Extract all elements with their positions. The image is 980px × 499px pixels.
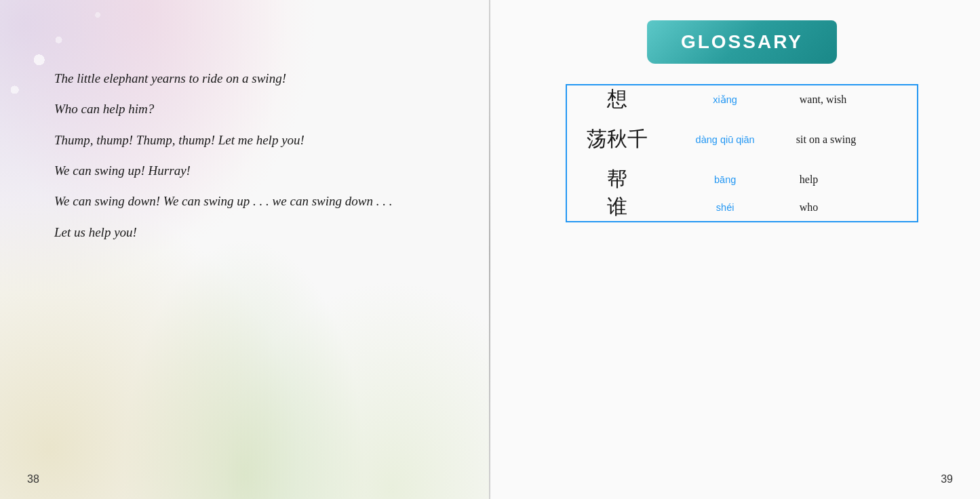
page-number-right: 39 (941, 473, 953, 485)
chinese-char-1: 想 (566, 85, 667, 113)
english-3: help (783, 165, 918, 193)
left-page: The little elephant yearns to ride on a … (0, 0, 489, 499)
table-row: 想 xiǎng want, wish (566, 85, 918, 113)
english-4: who (783, 193, 918, 222)
table-row: 帮 bāng help (566, 165, 918, 193)
table-row: 荡秋千 dàng qiū qiān sit on a swing (566, 113, 918, 165)
glossary-header: GLOSSARY (647, 20, 837, 64)
text-line-6: Let us help you! (54, 222, 448, 243)
english-2: sit on a swing (783, 113, 918, 165)
chinese-char-2: 荡秋千 (566, 113, 667, 165)
left-content: The little elephant yearns to ride on a … (0, 0, 489, 293)
page-number-left: 38 (27, 473, 39, 485)
text-line-2: Who can help him? (54, 98, 448, 119)
table-row: 谁 shéi who (566, 193, 918, 222)
pinyin-1: xiǎng (667, 85, 782, 113)
english-1: want, wish (783, 85, 918, 113)
pinyin-3: bāng (667, 165, 782, 193)
chinese-char-4: 谁 (566, 193, 667, 222)
text-line-3: Thump, thump! Thump, thump! Let me help … (54, 129, 448, 151)
right-page: GLOSSARY 想 xiǎng want, wish 荡秋千 dàng qiū… (490, 0, 980, 499)
glossary-table: 想 xiǎng want, wish 荡秋千 dàng qiū qiān sit… (566, 84, 918, 222)
pinyin-2: dàng qiū qiān (667, 113, 782, 165)
glossary-title: GLOSSARY (681, 31, 803, 52)
pinyin-4: shéi (667, 193, 782, 222)
text-line-1: The little elephant yearns to ride on a … (54, 68, 448, 89)
text-line-5: We can swing down! We can swing up . . .… (54, 191, 448, 212)
chinese-char-3: 帮 (566, 165, 667, 193)
text-line-4: We can swing up! Hurray! (54, 160, 448, 181)
right-content: GLOSSARY 想 xiǎng want, wish 荡秋千 dàng qiū… (490, 0, 980, 263)
